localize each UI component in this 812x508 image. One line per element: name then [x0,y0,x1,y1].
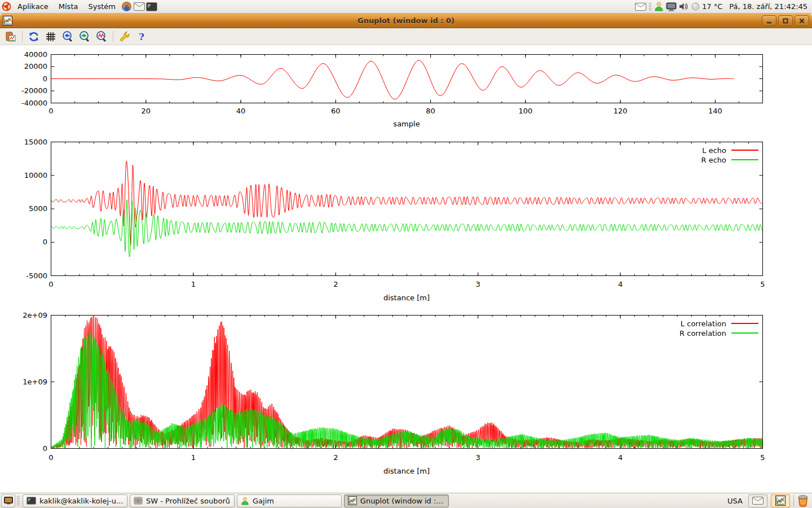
zoom-previous-button[interactable] [60,29,75,44]
y-tick-label: 15000 [0,138,47,147]
task-label: kaklik@kaklik-kolej-u... [39,497,123,505]
x-tick-label: 3 [461,280,495,289]
replot-button[interactable] [27,29,41,44]
mail-icon [134,2,145,11]
tray-separator [793,495,794,506]
menu-places-label: Místa [59,2,78,11]
y-tick-label: 5000 [0,204,47,213]
x-tick-label: 0 [34,280,68,289]
xaxis-title-distance-correlation: distance [m] [237,467,576,475]
menu-applications-label: Aplikace [17,2,48,11]
legend-line-sample [731,332,758,334]
y-tick-label: -40000 [0,99,47,108]
mail-notification-button[interactable] [748,494,767,507]
task-button-gnuplot[interactable]: Gnuplot (window id : 0) [344,494,449,507]
temperature-indicator[interactable]: 17 °C [702,2,722,11]
copy-plot-icon [5,31,16,42]
file-manager-icon [134,497,143,505]
legend-label: L correlation [681,319,726,328]
tasklist-handle[interactable] [17,496,20,505]
menu-applications[interactable]: Aplikace [12,0,54,14]
y-tick-label: 0 [0,75,47,84]
zoom-next-button[interactable] [77,29,92,44]
x-tick-label: 2 [319,453,352,462]
task-label: Gajim [253,497,274,505]
y-tick-label: 1e+09 [0,378,47,387]
close-icon [798,17,805,24]
x-tick-label: 1 [176,280,210,289]
help-button[interactable]: ? [134,29,149,44]
clock-applet[interactable]: Pá, 18. září, 21:42:45 [725,2,807,11]
y-tick-label: 2e+09 [0,311,47,320]
autoscale-button[interactable] [94,29,109,44]
y-tick-label: 0 [0,238,47,247]
menu-system-label: Systém [88,2,115,11]
xaxis-title-distance-echo: distance [m] [237,294,576,302]
mail-tray-icon[interactable] [635,3,646,11]
grid-button[interactable] [43,29,58,44]
chart-echo-signals[interactable] [51,142,763,276]
minimize-button[interactable] [762,15,776,26]
gnuplot-icon [348,496,357,505]
system-tray: 17 °C Pá, 18. září, 21:42:45 [635,2,812,11]
zoom-previous-icon [62,30,74,42]
x-tick-label: 40 [224,107,258,116]
x-tick-label: 5 [746,453,780,462]
settings-button[interactable] [117,29,132,44]
y-tick-label: 10000 [0,171,47,180]
x-tick-label: 4 [603,453,637,462]
legend-item: L echo [701,146,758,155]
y-tick-label: -20000 [0,86,47,95]
legend-label: R echo [701,156,726,164]
chart-sample-waveform[interactable] [51,54,763,103]
menu-system[interactable]: Systém [83,0,120,14]
maximize-button[interactable] [778,15,793,26]
taskbar-tray: USA [725,494,812,507]
help-icon: ? [139,31,144,42]
gnome-top-panel: Aplikace Místa Systém [0,0,812,14]
gnuplot-icon [775,496,785,506]
ubuntu-menu-button[interactable] [0,0,12,14]
grid-icon [46,32,56,42]
x-tick-label: 80 [414,107,448,116]
legend-item: R echo [701,155,758,164]
gnuplot-window-icon [3,16,12,25]
trash-applet[interactable] [797,494,809,507]
x-tick-label: 5 [746,280,780,289]
user-status-icon[interactable] [654,2,664,11]
x-tick-label: 2 [319,280,352,289]
copy-plot-button[interactable] [3,29,18,44]
task-label: Gnuplot (window id : 0) [360,497,445,505]
replot-icon [28,31,39,42]
x-tick-label: 20 [129,107,163,116]
legend-echo: L echoR echo [701,146,758,164]
x-tick-label: 3 [461,453,495,462]
show-desktop-icon [4,497,13,505]
display-icon[interactable] [666,2,677,11]
mail-launcher[interactable] [133,0,145,14]
task-button-file-manager[interactable]: SW - Prohlížeč souborů [130,494,235,507]
show-desktop-button[interactable] [1,494,15,507]
firefox-launcher[interactable] [121,0,133,14]
legend-line-sample [731,323,758,324]
task-button-terminal[interactable]: kaklik@kaklik-kolej-u... [23,494,127,507]
chart-correlation[interactable] [51,315,763,449]
gnuplot-tray-button[interactable] [771,494,790,507]
maximize-icon [782,17,789,24]
keyboard-layout-indicator[interactable]: USA [725,497,745,505]
weather-icon[interactable] [691,2,700,11]
y-tick-label: 0 [0,444,47,453]
window-titlebar[interactable]: Gnuplot (window id : 0) [0,14,812,28]
tray-handle[interactable] [649,3,651,11]
task-button-gajim[interactable]: Gajim [237,494,342,507]
close-button[interactable] [795,15,809,26]
legend-line-sample [731,159,758,160]
menu-places[interactable]: Místa [54,0,83,14]
mail-icon [752,497,764,505]
legend-label: R correlation [679,329,726,338]
y-tick-label: 20000 [0,62,47,71]
y-tick-label: 40000 [0,50,47,59]
volume-icon[interactable] [679,2,689,11]
terminal-launcher[interactable] [145,0,158,14]
x-tick-label: 0 [34,107,68,116]
